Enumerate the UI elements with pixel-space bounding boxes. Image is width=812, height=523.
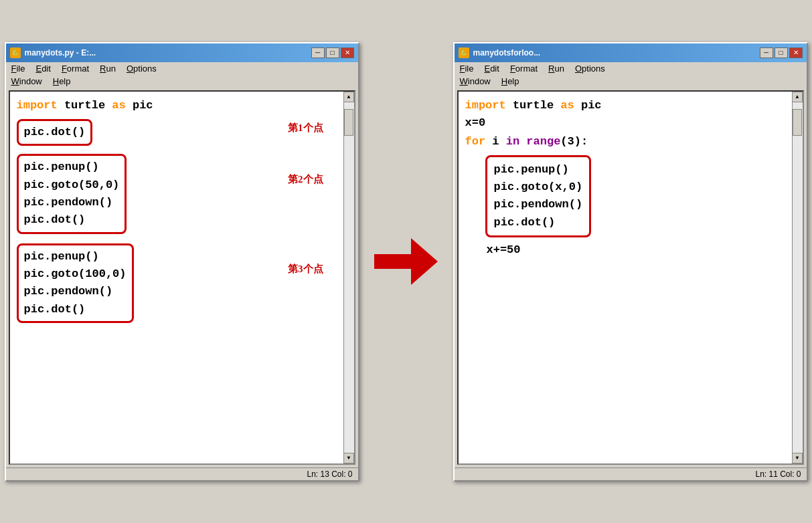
right-line-x: x=0 <box>465 114 785 132</box>
left-box2-line2: pic.goto(50,0) <box>24 177 120 194</box>
right-kw-import: import <box>465 99 506 112</box>
left-scroll-up-btn[interactable]: ▲ <box>343 92 354 102</box>
left-status-text: Ln: 13 Col: 0 <box>307 469 352 479</box>
right-loop-line4: pic.dot() <box>494 214 583 231</box>
left-box2-line4: pic.dot() <box>24 211 120 229</box>
right-menu-format[interactable]: Format <box>507 63 540 74</box>
left-title-text: manydots.py - E:... <box>25 48 96 58</box>
right-menu-row2: Window Help <box>455 75 807 88</box>
left-title-left: 🐍 manydots.py - E:... <box>10 47 96 58</box>
right-app-icon: 🐍 <box>459 47 469 58</box>
left-menu-row1: File Edit Format Run Options <box>6 62 358 75</box>
left-editor-area: import turtle as pic pic.dot() 第1个点 pic.… <box>9 90 355 465</box>
left-menu-section: File Edit Format Run Options Window Help <box>6 62 358 88</box>
left-menu-window[interactable]: Window <box>9 76 45 87</box>
right-line-for: for i in range(3): <box>465 133 785 150</box>
right-title-left: 🐍 manydotsforloo... <box>459 47 541 58</box>
right-menu-run[interactable]: Run <box>546 63 567 74</box>
right-minimize-btn[interactable]: ─ <box>760 47 773 58</box>
right-menu-window[interactable]: Window <box>457 76 493 87</box>
right-scrollbar: ▲ ▼ <box>792 92 803 463</box>
right-turtle: turtle <box>506 99 561 112</box>
right-loop-line1: pic.penup() <box>494 161 583 179</box>
left-line-import: import turtle as pic <box>17 97 337 114</box>
right-status-bar: Ln: 11 Col: 0 <box>455 467 807 480</box>
left-kw-import: import <box>17 99 58 112</box>
left-annotation2: 第2个点 <box>288 172 323 187</box>
left-box2-line1: pic.penup() <box>24 159 120 176</box>
right-kw-range: range <box>526 135 560 148</box>
right-kw-for: for <box>465 135 486 148</box>
arrow-shape <box>374 238 438 285</box>
left-box3-container: pic.penup() pic.goto(100,0) pic.pendown(… <box>17 241 337 325</box>
left-menu-run[interactable]: Run <box>97 63 118 74</box>
right-range-args: (3): <box>560 135 588 148</box>
right-close-btn[interactable]: ✕ <box>789 47 803 58</box>
right-line-import: import turtle as pic <box>465 97 785 114</box>
left-scrollbar: ▲ ▼ <box>343 92 354 463</box>
main-container: 🐍 manydots.py - E:... ─ □ ✕ File Edit Fo… <box>5 42 808 482</box>
left-kw-as: as <box>112 99 125 112</box>
left-menu-format[interactable]: Format <box>59 63 92 74</box>
left-scrollbar-thumb[interactable] <box>344 109 353 136</box>
left-box1-code: pic.dot() <box>24 126 86 138</box>
left-box3: pic.penup() pic.goto(100,0) pic.pendown(… <box>17 243 134 323</box>
right-space <box>519 135 526 148</box>
arrow-shaft <box>374 254 411 269</box>
right-menu-help[interactable]: Help <box>499 76 522 87</box>
left-menu-row2: Window Help <box>6 75 358 88</box>
left-box2-line3: pic.pendown() <box>24 194 120 211</box>
right-title-bar: 🐍 manydotsforloo... ─ □ ✕ <box>455 43 807 62</box>
left-turtle: turtle <box>58 99 112 112</box>
left-box3-line2: pic.goto(100,0) <box>24 266 127 283</box>
right-scroll-up-btn[interactable]: ▲ <box>792 92 803 102</box>
right-menu-section: File Edit Format Run Options Window Help <box>455 62 807 88</box>
right-loop-box-container: pic.penup() pic.goto(x,0) pic.pendown() … <box>465 154 785 239</box>
right-loop-line3: pic.pendown() <box>494 196 583 213</box>
left-menu-options[interactable]: Options <box>124 63 159 74</box>
left-minimize-btn[interactable]: ─ <box>311 47 325 58</box>
right-menu-edit[interactable]: Edit <box>481 63 501 74</box>
arrow-container <box>380 238 433 285</box>
left-title-buttons: ─ □ ✕ <box>311 47 354 58</box>
right-i: i <box>485 135 506 148</box>
left-box3-line1: pic.penup() <box>24 248 127 266</box>
right-code-content: import turtle as pic x=0 for i in range(… <box>459 92 792 463</box>
left-box3-line4: pic.dot() <box>24 301 127 318</box>
right-maximize-btn[interactable]: □ <box>775 47 788 58</box>
left-scrollbar-track[interactable] <box>344 102 354 453</box>
right-loop-line2: pic.goto(x,0) <box>494 179 583 196</box>
left-window: 🐍 manydots.py - E:... ─ □ ✕ File Edit Fo… <box>5 42 359 482</box>
right-menu-row1: File Edit Format Run Options <box>455 62 807 75</box>
right-pic: pic <box>574 99 602 112</box>
left-menu-file[interactable]: File <box>9 63 28 74</box>
right-title-text: manydotsforloo... <box>473 48 541 58</box>
left-status-bar: Ln: 13 Col: 0 <box>6 467 358 480</box>
left-code-content: import turtle as pic pic.dot() 第1个点 pic.… <box>10 92 343 463</box>
left-menu-help[interactable]: Help <box>50 76 74 87</box>
right-editor-area: import turtle as pic x=0 for i in range(… <box>457 90 804 465</box>
right-menu-options[interactable]: Options <box>572 63 608 74</box>
right-line-xincr: x+=50 <box>465 241 785 259</box>
right-scroll-down-btn[interactable]: ▼ <box>792 453 803 463</box>
arrow-head <box>411 238 438 285</box>
left-menu-edit[interactable]: Edit <box>33 63 53 74</box>
right-kw-as: as <box>560 99 574 112</box>
right-loop-box: pic.penup() pic.goto(x,0) pic.pendown() … <box>485 155 592 237</box>
left-box2-container: pic.penup() pic.goto(50,0) pic.pendown()… <box>17 152 337 235</box>
left-scroll-down-btn[interactable]: ▼ <box>343 453 354 463</box>
left-maximize-btn[interactable]: □ <box>326 47 339 58</box>
left-annotation3: 第3个点 <box>288 262 323 277</box>
right-scrollbar-track[interactable] <box>793 102 803 453</box>
left-close-btn[interactable]: ✕ <box>341 47 354 58</box>
left-box1: pic.dot() <box>17 119 93 146</box>
right-kw-in: in <box>506 135 519 148</box>
left-box3-line3: pic.pendown() <box>24 283 127 300</box>
left-title-bar: 🐍 manydots.py - E:... ─ □ ✕ <box>6 43 358 62</box>
left-app-icon: 🐍 <box>10 47 21 58</box>
right-menu-file[interactable]: File <box>457 63 477 74</box>
left-box2: pic.penup() pic.goto(50,0) pic.pendown()… <box>17 154 127 233</box>
right-status-text: Ln: 11 Col: 0 <box>755 469 801 479</box>
right-scrollbar-thumb[interactable] <box>793 109 802 136</box>
right-x-assign: x=0 <box>465 116 486 129</box>
